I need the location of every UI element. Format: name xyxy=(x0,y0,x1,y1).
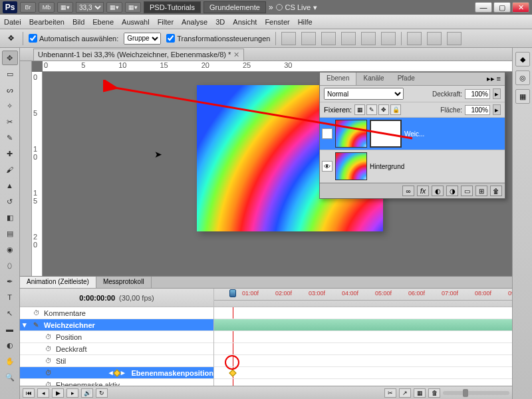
auto-select-target[interactable]: Gruppe xyxy=(124,33,161,45)
clip-weichzeichner[interactable] xyxy=(214,319,512,331)
auto-select-check[interactable]: Automatisch auswählen: xyxy=(29,34,118,43)
extras-button[interactable]: ▦▾ xyxy=(125,2,141,13)
wand-tool[interactable]: ✧ xyxy=(2,98,18,113)
blur-tool[interactable]: ◉ xyxy=(2,242,18,257)
menu-auswahl[interactable]: Auswahl xyxy=(122,18,150,26)
opacity-arrow[interactable]: ▸ xyxy=(493,88,501,99)
tl-opt-2[interactable]: ↗ xyxy=(399,388,411,398)
track-comments[interactable]: ⏱Kommentare xyxy=(20,307,213,319)
cslive-button[interactable]: CS Live▾ xyxy=(276,3,318,12)
menu-bearbeiten[interactable]: Bearbeiten xyxy=(29,18,65,26)
visibility-icon[interactable]: 👁 xyxy=(322,161,332,172)
zoom-tool[interactable]: 🔍 xyxy=(2,370,18,384)
adjustment-button[interactable]: ◑ xyxy=(446,186,458,196)
playhead[interactable] xyxy=(229,289,236,297)
workspace-secondary[interactable]: Grundelemente xyxy=(203,1,266,13)
3d-tool[interactable]: ◐ xyxy=(2,338,18,352)
panel-menu-icon[interactable]: ▸▸ ≡ xyxy=(483,72,505,85)
menu-bild[interactable]: Bild xyxy=(72,18,84,26)
fill-field[interactable]: 100% xyxy=(465,105,490,115)
stamp-tool[interactable]: ▲ xyxy=(2,178,18,193)
track-weichzeichner[interactable]: ▾✎Weichzeichner xyxy=(20,319,213,331)
track-maskactive[interactable]: ⏱Ebenenmaske aktiv. xyxy=(20,379,213,386)
lock-pixels[interactable]: ✎ xyxy=(366,104,377,115)
layer-mask-thumb[interactable] xyxy=(370,120,402,148)
minimize-button[interactable]: — xyxy=(475,2,492,13)
timeline-zoom-slider[interactable] xyxy=(443,391,509,395)
history-brush-tool[interactable]: ↺ xyxy=(2,194,18,209)
eraser-tool[interactable]: ◧ xyxy=(2,210,18,225)
prev-key-icon[interactable]: ◂ xyxy=(109,368,113,377)
track-style[interactable]: ⏱Stil xyxy=(20,355,213,367)
menu-datei[interactable]: Datei xyxy=(4,18,21,26)
mask-button[interactable]: ◐ xyxy=(432,186,444,196)
keyframe-row[interactable] xyxy=(214,367,512,379)
lock-transparency[interactable]: ▦ xyxy=(354,104,365,115)
align-right-button[interactable] xyxy=(381,32,396,45)
tl-opt-1[interactable]: ✂ xyxy=(384,388,396,398)
group-button[interactable]: ▭ xyxy=(461,186,473,196)
align-hcenter-button[interactable] xyxy=(361,32,376,45)
menu-filter[interactable]: Filter xyxy=(158,18,174,26)
track-opacity[interactable]: ⏱Deckkraft xyxy=(20,343,213,355)
transform-check[interactable]: Transformationssteuerungen xyxy=(166,34,270,43)
layer-weichzeichner[interactable]: 👁 Weic... xyxy=(320,118,505,150)
dock-icon-2[interactable]: ◎ xyxy=(515,70,530,85)
paths-tab[interactable]: Pfade xyxy=(391,72,422,85)
brush-tool[interactable]: 🖌 xyxy=(2,162,18,177)
screen-mode-button[interactable]: ▦▾ xyxy=(57,2,73,13)
timeline-tab[interactable]: Animation (Zeitleiste) xyxy=(20,277,96,288)
keyframe[interactable] xyxy=(229,369,236,376)
distribute-3-button[interactable] xyxy=(447,32,462,45)
align-top-button[interactable] xyxy=(281,32,296,45)
align-bottom-button[interactable] xyxy=(321,32,336,45)
new-layer-button[interactable]: ⊞ xyxy=(475,186,487,196)
measurement-tab[interactable]: Messprotokoll xyxy=(96,277,152,288)
rewind-button[interactable]: ⏮ xyxy=(23,388,35,398)
layer-thumb[interactable] xyxy=(335,152,367,180)
distribute-1-button[interactable] xyxy=(407,32,422,45)
current-time[interactable]: 0:00:00:00 xyxy=(79,294,115,302)
fx-button[interactable]: fx xyxy=(417,186,429,196)
menu-analyse[interactable]: Analyse xyxy=(182,18,207,26)
menu-3d[interactable]: 3D xyxy=(215,18,225,26)
eyedropper-tool[interactable]: ✎ xyxy=(2,130,18,145)
zoom-select[interactable]: 33,3 xyxy=(76,2,104,13)
track-maskposition[interactable]: ◂▸⏱Ebenenmaskenposition xyxy=(20,367,213,379)
document-tab[interactable]: Unbenannt-1 bei 33,3% (Weichzeichner, Eb… xyxy=(33,49,244,61)
tl-opt-3[interactable]: ▦ xyxy=(414,388,426,398)
crop-tool[interactable]: ✂ xyxy=(2,114,18,129)
path-tool[interactable]: ↖ xyxy=(2,306,18,321)
blend-mode-select[interactable]: Normal xyxy=(324,88,404,100)
align-vcenter-button[interactable] xyxy=(301,32,316,45)
shape-tool[interactable]: ▬ xyxy=(2,322,18,336)
link-layers-button[interactable]: ∞ xyxy=(402,186,414,196)
marquee-tool[interactable]: ▭ xyxy=(2,66,18,81)
keyframe-icon[interactable] xyxy=(113,369,120,376)
opacity-field[interactable]: 100% xyxy=(465,89,490,99)
arrange-button[interactable]: ▦▾ xyxy=(106,2,122,13)
menu-hilfe[interactable]: Hilfe xyxy=(298,18,313,26)
menu-ebene[interactable]: Ebene xyxy=(92,18,114,26)
bridge-button[interactable]: Br xyxy=(20,2,36,13)
dock-icon-1[interactable]: ◆ xyxy=(515,52,530,66)
minibridge-button[interactable]: Mb xyxy=(39,2,55,13)
audio-button[interactable]: 🔊 xyxy=(81,388,93,398)
distribute-2-button[interactable] xyxy=(427,32,442,45)
delete-layer-button[interactable]: 🗑 xyxy=(490,186,502,196)
maximize-button[interactable]: ▢ xyxy=(493,2,511,13)
dodge-tool[interactable]: ⬯ xyxy=(2,258,18,273)
channels-tab[interactable]: Kanäle xyxy=(356,72,390,85)
visibility-icon[interactable]: 👁 xyxy=(322,128,332,139)
lock-all[interactable]: 🔒 xyxy=(390,104,401,115)
lasso-tool[interactable]: ᔕ xyxy=(2,82,18,97)
lock-position[interactable]: ✥ xyxy=(378,104,389,115)
align-left-button[interactable] xyxy=(341,32,356,45)
healing-tool[interactable]: ✚ xyxy=(2,146,18,161)
menu-fenster[interactable]: Fenster xyxy=(265,18,289,26)
fill-arrow[interactable]: ▸ xyxy=(493,104,501,115)
pen-tool[interactable]: ✒ xyxy=(2,274,18,289)
layer-thumb[interactable] xyxy=(335,120,367,148)
layers-tab[interactable]: Ebenen xyxy=(320,72,356,85)
next-frame-button[interactable]: ▸ xyxy=(66,388,78,398)
